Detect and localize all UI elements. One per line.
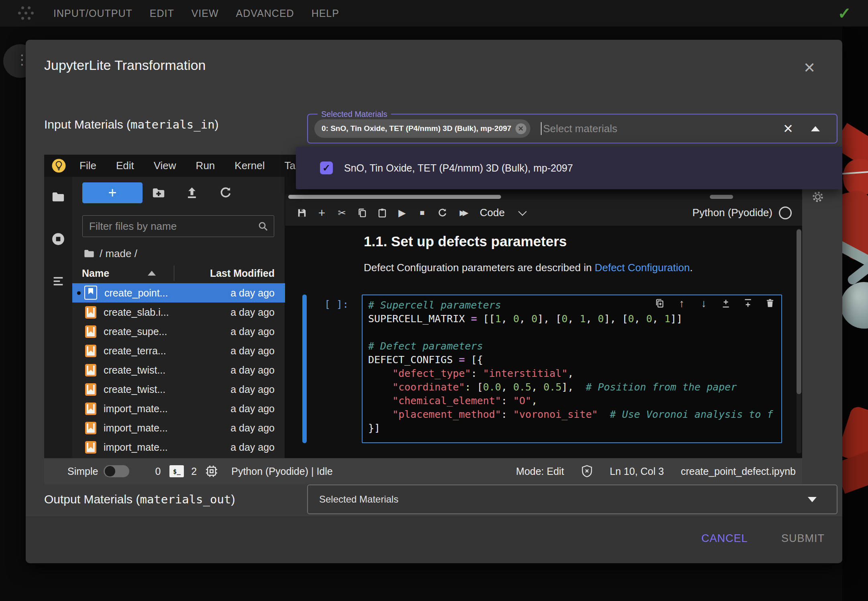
jupyterlite-frame: File Edit View Run Kernel Tabs [44,155,802,484]
file-modified: a day ago [230,287,275,299]
column-name[interactable]: Name [82,268,109,279]
output-label-suffix: ) [231,493,235,506]
file-row[interactable]: import_mate...a day ago [72,437,285,457]
app-logo-icon[interactable] [18,6,34,21]
insert-cell-above-icon[interactable] [720,298,731,309]
jupyter-menu-kernel[interactable]: Kernel [234,159,265,172]
output-materials-label: Output Materials (materials_out) [44,493,235,506]
code-editor[interactable]: # Supercell parametersSUPERCELL_MATRIX =… [362,294,782,443]
paste-icon[interactable] [377,207,387,218]
close-icon[interactable]: ✕ [801,59,818,77]
cut-icon[interactable]: ✂ [336,207,347,218]
kernel-status-text[interactable]: Python (Pyodide) | Idle [231,466,332,477]
gear-icon[interactable] [812,191,824,203]
cursor-position[interactable]: Ln 10, Col 3 [610,466,664,477]
file-row[interactable]: create_supe...a day ago [72,322,285,341]
chevron-down-icon[interactable] [518,207,527,216]
new-folder-icon[interactable] [152,186,165,200]
cell-type-select[interactable]: Code [480,206,505,219]
paragraph-end: . [690,262,693,274]
notebook-file-icon [85,364,96,376]
file-row[interactable]: create_slab.i...a day ago [72,303,285,322]
column-last-modified[interactable]: Last Modified [210,268,275,279]
checkbox-checked-icon[interactable]: ✓ [320,161,333,174]
file-row[interactable]: create_point...a day ago [72,283,285,303]
duplicate-cell-icon[interactable] [654,298,665,309]
menu-edit[interactable]: EDIT [150,8,174,19]
materials-select-placeholder[interactable]: Select materials [543,123,617,135]
notebook-file-icon [84,286,97,300]
restart-kernel-icon[interactable] [437,207,448,218]
trust-shield-icon[interactable] [581,464,593,478]
menu-input-output[interactable]: INPUT/OUTPUT [53,8,132,19]
material-chip[interactable]: 0: SnO, Tin Oxide, TET (P4/nmm) 3D (Bulk… [314,119,530,138]
chip-remove-icon[interactable]: ✕ [516,123,526,134]
molecule-render [842,27,868,601]
input-label-prefix: Input Materials ( [44,118,130,131]
new-launcher-button[interactable]: + [82,182,143,203]
simple-mode-toggle[interactable] [104,465,129,477]
file-modified: a day ago [230,345,275,357]
output-materials-select[interactable]: Selected Materials [307,484,837,514]
file-browser: + / made / [72,177,285,458]
section-heading: 1.1. Set up defects parameters [364,233,567,249]
delete-cell-icon[interactable] [764,298,776,309]
kernel-name: Python (Pyodide) [693,206,772,219]
file-name: create_supe... [104,326,230,337]
file-row[interactable]: create_twist...a day ago [72,360,285,380]
filter-files-box [82,215,274,237]
breadcrumb[interactable]: / made / [84,244,137,263]
kernels-count[interactable]: 2 [191,466,197,477]
terminal-icon: $_ [169,465,184,477]
running-kernels-tab-icon[interactable] [51,232,65,246]
terminals-count[interactable]: 0 [155,466,161,477]
refresh-icon[interactable] [219,186,232,200]
save-icon[interactable] [296,207,307,218]
cancel-button[interactable]: CANCEL [693,529,756,548]
menu-advanced[interactable]: ADVANCED [236,8,294,19]
jupyter-menu-file[interactable]: File [79,159,96,172]
menu-help[interactable]: HELP [312,8,339,19]
notebook-scrollbar[interactable] [797,229,801,454]
mode-indicator: Mode: Edit [516,466,564,477]
file-row[interactable]: import_mate...a day ago [72,399,285,418]
file-row[interactable]: import_mate...a day ago [72,418,285,437]
simple-mode-label: Simple [67,466,98,477]
file-name: create_terra... [104,345,230,357]
collapse-dropdown-icon[interactable] [811,126,820,131]
file-modified: a day ago [230,442,275,453]
move-cell-down-icon[interactable]: ↓ [698,298,709,309]
insert-cell-below-icon[interactable] [742,298,754,309]
cell-collapser[interactable] [302,294,307,443]
filter-files-input[interactable] [83,220,257,233]
jupyterlite-transformation-dialog: JupyterLite Transformation ✕ Input Mater… [26,40,842,563]
tabbar-scrollbar[interactable] [285,194,802,200]
run-icon[interactable]: ▶ [397,207,408,218]
section-paragraph: Defect Configuration parameters are desc… [364,262,693,274]
output-materials-value: Selected Materials [319,494,398,505]
insert-cell-icon[interactable]: + [316,207,327,218]
notebook-file-icon [85,345,96,357]
materials-multiselect[interactable]: Selected Materials 0: SnO, Tin Oxide, TE… [307,114,837,143]
upload-icon[interactable] [185,186,199,200]
jupyter-menu-edit[interactable]: Edit [116,159,134,172]
submit-button[interactable]: SUBMIT [773,529,833,548]
stop-icon[interactable]: ■ [417,207,428,218]
move-cell-up-icon[interactable]: ↑ [676,298,687,309]
jupyter-left-rail [44,177,72,458]
jupyter-menu-view[interactable]: View [154,159,176,172]
table-of-contents-tab-icon[interactable] [51,274,65,288]
kernel-indicator[interactable]: Python (Pyodide) [693,206,792,219]
file-browser-tab-icon[interactable] [51,190,65,204]
copy-icon[interactable] [357,207,367,218]
menu-view[interactable]: VIEW [192,8,219,19]
material-chip-label: 0: SnO, Tin Oxide, TET (P4/nmm) 3D (Bulk… [322,124,511,133]
clear-selection-icon[interactable]: ✕ [783,121,793,136]
jupyter-menu-run[interactable]: Run [196,159,215,172]
file-row[interactable]: create_twist...a day ago [72,380,285,399]
folder-icon [84,248,95,259]
file-row[interactable]: create_terra...a day ago [72,341,285,360]
dropdown-option[interactable]: ✓ SnO, Tin Oxide, TET (P4/nmm) 3D (Bulk)… [296,161,842,174]
defect-configuration-link[interactable]: Defect Configuration [595,262,690,274]
run-all-icon[interactable]: ▶▶ [457,207,468,218]
